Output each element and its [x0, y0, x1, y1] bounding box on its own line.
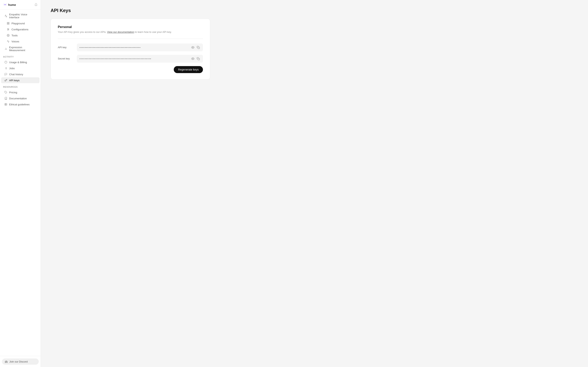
sidebar-item-expression-measurement[interactable]: Expression Measurement	[1, 44, 40, 53]
description-suffix: to learn how to use your API key.	[135, 31, 172, 33]
api-key-show-button[interactable]	[191, 45, 195, 49]
bell-icon[interactable]	[35, 3, 38, 6]
secret-key-label: Secret key	[58, 57, 73, 60]
sidebar-item-api-keys[interactable]: API keys	[1, 77, 40, 83]
api-keys-card: Personal Your API Key gives you access t…	[51, 19, 210, 80]
activity-section-label: Activity	[0, 53, 41, 59]
sidebar-item-empathic-voice[interactable]: Empathic Voice Interface	[1, 12, 40, 20]
sidebar-item-playground[interactable]: Playground	[1, 20, 40, 26]
chat-icon	[4, 73, 7, 76]
grid-icon	[7, 22, 10, 25]
svg-point-13	[8, 29, 9, 30]
columns-icon	[4, 103, 7, 106]
logo-area: hume	[3, 3, 16, 7]
card-section-title: Personal	[58, 25, 203, 29]
secret-key-input-wrapper: ••••••••••••••••••••••••••••••••••••••••…	[77, 55, 203, 63]
copy-icon	[197, 57, 200, 60]
page-title: API Keys	[51, 8, 578, 13]
gear-icon	[7, 34, 10, 37]
sidebar-footer: Join our Discord	[0, 356, 41, 367]
sidebar-item-label: Chat history	[9, 73, 23, 76]
list-icon	[4, 67, 7, 70]
main-content: API Keys Personal Your API Key gives you…	[41, 0, 588, 367]
sidebar-item-label: Expression Measurement	[9, 46, 36, 52]
discord-icon	[5, 360, 8, 363]
sidebar-header: hume	[0, 0, 41, 9]
card-description: Your API Key gives you access to our API…	[58, 30, 203, 34]
sidebar-item-label: API keys	[9, 79, 19, 82]
sidebar-item-label: Tools	[11, 34, 18, 37]
sidebar-item-label: Documentation	[9, 97, 27, 100]
sidebar-item-label: Jobs	[9, 67, 15, 70]
eye-icon	[191, 57, 194, 60]
description-prefix: Your API Key gives you access to our API…	[58, 31, 106, 33]
svg-point-12	[8, 28, 8, 29]
sidebar-item-documentation[interactable]: Documentation	[1, 95, 40, 101]
secret-key-dots: ••••••••••••••••••••••••••••••••••••••••…	[80, 58, 189, 60]
logo-text: hume	[8, 3, 16, 6]
sidebar-item-usage-billing[interactable]: Usage & Billing	[1, 59, 40, 65]
sidebar-item-configurations[interactable]: Configurations	[1, 26, 40, 32]
svg-rect-38	[198, 58, 200, 60]
api-key-row: API key ••••••••••••••••••••••••••••••••…	[58, 43, 203, 51]
sidebar-item-label: Pricing	[9, 91, 17, 94]
svg-point-37	[192, 58, 193, 59]
card-divider	[58, 39, 203, 39]
svg-rect-5	[7, 22, 8, 23]
sidebar-nav: Empathic Voice Interface Playground Conf…	[0, 9, 41, 356]
svg-point-34	[6, 361, 7, 362]
sidebar-item-pricing[interactable]: Pricing	[1, 89, 40, 95]
secret-key-copy-button[interactable]	[196, 57, 200, 61]
api-key-dots: ••••••••••••••••••••••••••••••••••••••••…	[80, 46, 189, 49]
svg-point-33	[6, 361, 6, 362]
key-icon	[4, 79, 7, 82]
sidebar-item-jobs[interactable]: Jobs	[1, 65, 40, 71]
hume-logo-icon	[3, 3, 7, 7]
book-icon	[4, 97, 7, 100]
svg-point-3	[4, 5, 4, 6]
sidebar-item-label: Configurations	[11, 28, 28, 31]
discord-button[interactable]: Join our Discord	[2, 359, 39, 365]
sidebar-item-voices[interactable]: Voices	[1, 39, 40, 44]
svg-rect-36	[198, 47, 200, 49]
sidebar-item-label: Voices	[11, 40, 19, 43]
view-documentation-link[interactable]: View our documentation	[107, 31, 134, 33]
sidebar-item-chat-history[interactable]: Chat history	[1, 71, 40, 77]
secret-key-row: Secret key •••••••••••••••••••••••••••••…	[58, 55, 203, 63]
sidebar-item-label: Empathic Voice Interface	[9, 13, 36, 19]
regenerate-keys-button[interactable]: Regenerate keys	[174, 66, 203, 73]
eye-icon	[191, 46, 194, 49]
tag-icon	[4, 91, 7, 94]
discord-label: Join our Discord	[9, 360, 28, 363]
svg-point-1	[4, 4, 4, 4]
sidebar-item-tools[interactable]: Tools	[1, 33, 40, 38]
regenerate-row: Regenerate keys	[58, 66, 203, 73]
sliders-icon	[7, 28, 10, 31]
svg-point-2	[6, 4, 7, 4]
sidebar-item-label: Usage & Billing	[9, 61, 27, 64]
svg-point-35	[192, 47, 193, 48]
svg-rect-6	[8, 22, 9, 23]
sidebar: hume Empathic Voice Interface Playground	[0, 0, 41, 367]
api-key-label: API key	[58, 46, 73, 49]
svg-rect-29	[5, 103, 7, 106]
svg-point-4	[6, 5, 7, 6]
svg-point-15	[8, 35, 9, 36]
waveform-icon	[4, 14, 7, 17]
sidebar-item-label: Ethical guidelines	[9, 103, 30, 106]
svg-point-0	[4, 4, 5, 5]
sidebar-item-ethical-guidelines[interactable]: Ethical guidelines	[1, 101, 40, 107]
chart-icon	[4, 47, 7, 50]
svg-rect-7	[8, 24, 9, 24]
svg-rect-8	[7, 24, 8, 24]
secret-key-show-button[interactable]	[191, 57, 195, 61]
svg-point-14	[8, 30, 8, 30]
api-key-input-wrapper: ••••••••••••••••••••••••••••••••••••••••…	[77, 43, 203, 51]
resources-section-label: Resources	[0, 83, 41, 89]
api-key-copy-button[interactable]	[196, 45, 200, 49]
sidebar-item-label: Playground	[11, 22, 25, 25]
copy-icon	[197, 46, 200, 49]
circle-icon	[4, 61, 7, 64]
waveform2-icon	[7, 40, 10, 43]
